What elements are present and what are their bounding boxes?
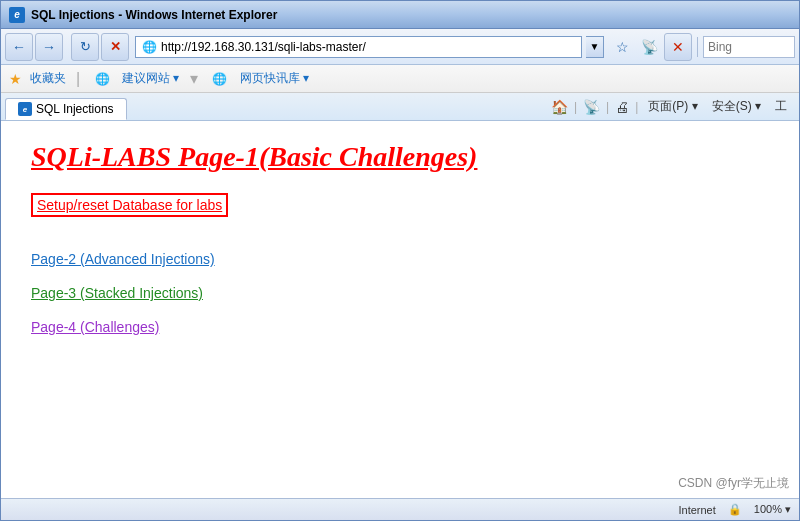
tab-browser-icon: e <box>18 102 32 116</box>
toolbar-right-items: 🏠 | 📡 | 🖨 | 页面(P) ▾ 安全(S) ▾ 工 <box>543 93 799 120</box>
address-bar-container: 🌐 http://192.168.30.131/sqli-labs-master… <box>135 36 604 58</box>
protected-mode: 🔒 <box>728 503 742 516</box>
search-input[interactable] <box>704 40 794 54</box>
title-bar-text: SQL Injections - Windows Internet Explor… <box>31 8 277 22</box>
suggest-site-link[interactable]: 建议网站 ▾ <box>122 70 179 87</box>
back-button[interactable]: ← <box>5 33 33 61</box>
ie-icon-fav: 🌐 <box>90 67 114 91</box>
address-text: http://192.168.30.131/sqli-labs-master/ <box>161 40 366 54</box>
news-feed-link[interactable]: 网页快讯库 ▾ <box>240 70 309 87</box>
forward-button[interactable]: → <box>35 33 63 61</box>
watermark-text: CSDN @fyr学无止境 <box>678 476 789 490</box>
address-bar[interactable]: 🌐 http://192.168.30.131/sqli-labs-master… <box>135 36 582 58</box>
tab-sql-injections[interactable]: e SQL Injections <box>5 98 127 120</box>
favorites-bar: ★ 收藏夹 | 🌐 建议网站 ▾ ▾ 🌐 网页快讯库 ▾ <box>1 65 799 93</box>
print-icon[interactable]: 🖨 <box>615 99 629 115</box>
browser-window: e SQL Injections - Windows Internet Expl… <box>0 0 800 521</box>
news-feed-text: 网页快讯库 ▾ <box>240 70 309 87</box>
favorites-icon[interactable]: ☆ <box>610 35 634 59</box>
rss-icon[interactable]: 📡 <box>637 35 661 59</box>
internet-zone: Internet <box>678 504 715 516</box>
ie-icon-fav2: 🌐 <box>208 67 232 91</box>
address-dropdown-button[interactable]: ▼ <box>586 36 604 58</box>
refresh-button[interactable]: ↻ <box>71 33 99 61</box>
page3-link[interactable]: Page-3 (Stacked Injections) <box>31 285 769 301</box>
rss-toolbar-icon[interactable]: 📡 <box>583 99 600 115</box>
zoom-level: 100% ▾ <box>754 503 791 516</box>
watermark: CSDN @fyr学无止境 <box>678 475 789 492</box>
nav-bar: ← → ↻ ✕ 🌐 http://192.168.30.131/sqli-lab… <box>1 29 799 65</box>
favorites-label[interactable]: 收藏夹 <box>30 70 66 87</box>
status-right: Internet 🔒 100% ▾ <box>678 503 791 516</box>
browser-icon: e <box>9 7 25 23</box>
main-content: SQLi-LABS Page-1(Basic Challenges) Setup… <box>1 121 799 520</box>
favorites-text: 收藏夹 <box>30 70 66 87</box>
stop-nav-button[interactable]: ✕ <box>664 33 692 61</box>
page-title: SQLi-LABS Page-1(Basic Challenges) <box>31 141 769 173</box>
suggest-site-text: 建议网站 ▾ <box>122 70 179 87</box>
tab-label: SQL Injections <box>36 102 114 116</box>
tools-menu-button[interactable]: 工 <box>771 96 791 117</box>
status-bar: Internet 🔒 100% ▾ <box>1 498 799 520</box>
setup-reset-link[interactable]: Setup/reset Database for labs <box>31 193 228 217</box>
favorites-star-icon: ★ <box>9 71 22 87</box>
title-bar: e SQL Injections - Windows Internet Expl… <box>1 1 799 29</box>
stop-button[interactable]: ✕ <box>101 33 129 61</box>
security-menu-button[interactable]: 安全(S) ▾ <box>708 96 765 117</box>
page-menu-button[interactable]: 页面(P) ▾ <box>644 96 701 117</box>
page2-link[interactable]: Page-2 (Advanced Injections) <box>31 251 769 267</box>
tab-toolbar-row: e SQL Injections 🏠 | 📡 | 🖨 | 页面(P) ▾ 安全(… <box>1 93 799 121</box>
home-icon[interactable]: 🏠 <box>551 99 568 115</box>
page4-link[interactable]: Page-4 (Challenges) <box>31 319 769 335</box>
